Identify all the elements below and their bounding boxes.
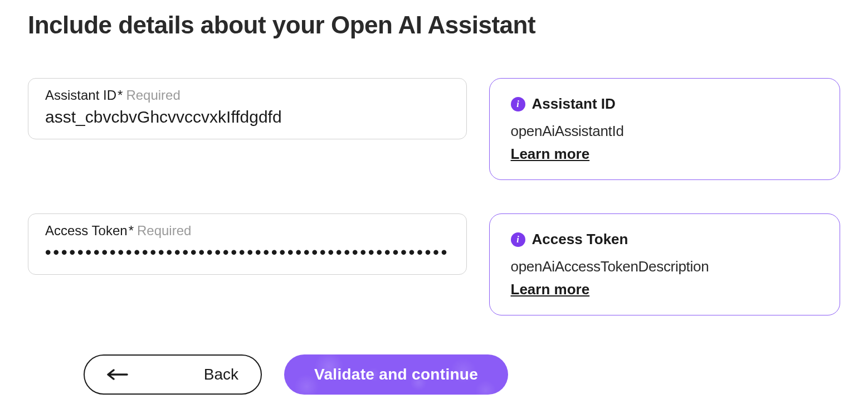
assistant-id-info-title: Assistant ID: [532, 95, 616, 113]
validate-continue-button[interactable]: Validate and continue: [284, 354, 508, 395]
access-token-learn-more-link[interactable]: Learn more: [511, 281, 590, 298]
access-token-info-header: i Access Token: [511, 231, 818, 248]
access-token-input[interactable]: [45, 243, 450, 262]
access-token-input-wrapper: Access Token* Required: [28, 213, 467, 275]
assistant-id-info-description: openAiAssistantId: [511, 123, 818, 140]
access-token-label: Access Token: [45, 223, 128, 239]
page-title: Include details about your Open AI Assis…: [28, 11, 840, 39]
access-token-required: Required: [137, 223, 191, 239]
access-token-label-row: Access Token* Required: [45, 223, 450, 239]
assistant-id-required: Required: [126, 88, 180, 103]
assistant-id-info-header: i Assistant ID: [511, 95, 818, 113]
info-icon: i: [511, 97, 525, 111]
assistant-id-label-row: Assistant ID* Required: [45, 88, 450, 103]
assistant-id-input[interactable]: [45, 108, 450, 127]
back-button-label: Back: [204, 366, 238, 383]
info-icon: i: [511, 232, 525, 247]
back-button[interactable]: Back: [84, 354, 262, 395]
assistant-id-info-card: i Assistant ID openAiAssistantId Learn m…: [489, 78, 840, 180]
assistant-id-label: Assistant ID: [45, 88, 116, 103]
button-row: Back Validate and continue: [84, 354, 840, 395]
access-token-info-card: i Access Token openAiAccessTokenDescript…: [489, 213, 840, 315]
access-token-info-title: Access Token: [532, 231, 628, 248]
assistant-id-learn-more-link[interactable]: Learn more: [511, 145, 590, 162]
assistant-id-asterisk: *: [118, 88, 123, 103]
access-token-info-description: openAiAccessTokenDescription: [511, 258, 818, 275]
assistant-id-input-wrapper: Assistant ID* Required: [28, 78, 467, 139]
access-token-asterisk: *: [129, 223, 134, 239]
access-token-row: Access Token* Required i Access Token op…: [28, 213, 840, 315]
arrow-left-icon: [107, 369, 128, 380]
assistant-id-row: Assistant ID* Required i Assistant ID op…: [28, 78, 840, 180]
